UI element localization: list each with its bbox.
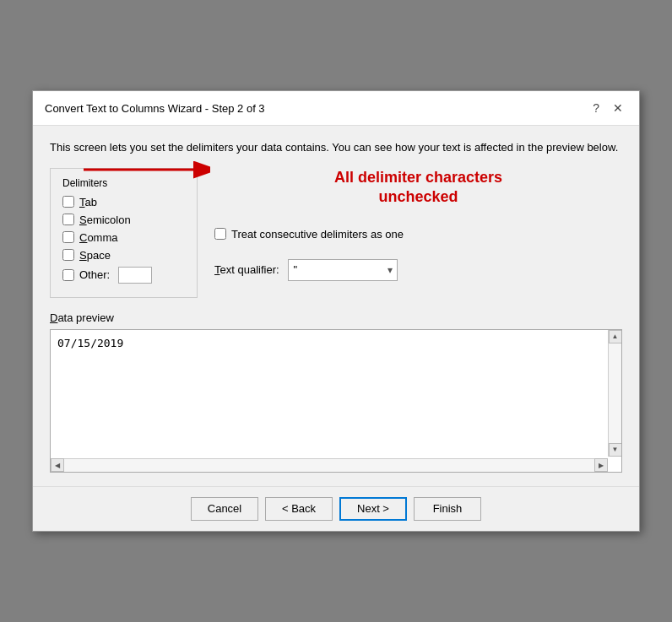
scroll-h-track[interactable] (64, 459, 594, 472)
text-qualifier-label: Text qualifier: (214, 263, 279, 276)
next-button[interactable]: Next > (339, 497, 407, 521)
other-label[interactable]: Other: (79, 268, 110, 281)
finish-button[interactable]: Finish (414, 497, 481, 521)
close-button[interactable]: ✕ (609, 100, 627, 116)
space-label[interactable]: Space (79, 249, 111, 262)
title-bar-controls: ? ✕ (588, 100, 627, 116)
consecutive-checkbox[interactable] (214, 228, 226, 240)
consecutive-row: Treat consecutive delimiters as one (214, 228, 622, 241)
scroll-up-arrow[interactable]: ▲ (609, 330, 622, 343)
data-preview-content: 07/15/2019 (51, 330, 621, 356)
data-preview-label: Data preview (50, 311, 622, 324)
consecutive-label[interactable]: Treat consecutive delimiters as one (231, 228, 404, 241)
semicolon-checkbox[interactable] (62, 214, 74, 225)
title-bar: Convert Text to Columns Wizard - Step 2 … (33, 91, 639, 126)
delimiter-semicolon-row: Semicolon (62, 214, 185, 226)
scroll-v-track[interactable] (609, 343, 621, 443)
other-input[interactable] (118, 267, 152, 284)
cancel-button[interactable]: Cancel (191, 497, 258, 521)
delimiter-comma-row: Comma (62, 231, 185, 244)
text-qualifier-row: Text qualifier: " ' {none} (214, 259, 622, 281)
tab-checkbox[interactable] (62, 196, 74, 208)
comma-checkbox[interactable] (62, 231, 74, 243)
semicolon-label[interactable]: Semicolon (79, 214, 131, 226)
data-preview-box: 07/15/2019 ▲ ▼ ◀ ▶ (50, 329, 622, 473)
delimiter-other-row: Other: (62, 267, 185, 284)
comma-label[interactable]: Comma (79, 231, 118, 244)
dialog-title: Convert Text to Columns Wizard - Step 2 … (45, 102, 265, 115)
dialog-window: Convert Text to Columns Wizard - Step 2 … (32, 90, 640, 532)
scroll-down-arrow[interactable]: ▼ (609, 443, 622, 457)
scroll-right-arrow[interactable]: ▶ (594, 458, 608, 472)
dialog-body: This screen lets you set the delimiters … (33, 126, 639, 486)
text-qualifier-select-wrapper: " ' {none} (288, 259, 398, 281)
horizontal-scrollbar[interactable]: ◀ ▶ (51, 458, 608, 472)
scroll-left-arrow[interactable]: ◀ (51, 458, 64, 472)
help-button[interactable]: ? (588, 100, 604, 116)
other-checkbox[interactable] (62, 269, 74, 281)
data-preview-section: Data preview 07/15/2019 ▲ ▼ ◀ ▶ (50, 311, 622, 473)
red-arrow-icon (75, 149, 210, 191)
dialog-footer: Cancel < Back Next > Finish (33, 486, 639, 531)
tab-label[interactable]: Tab (79, 196, 97, 208)
right-panel: All delimiter characters unchecked (214, 168, 622, 298)
back-button[interactable]: < Back (265, 497, 333, 521)
vertical-scrollbar[interactable]: ▲ ▼ (608, 330, 621, 457)
main-area: Delimiters Tab Semicolon (50, 168, 622, 298)
text-qualifier-select[interactable]: " ' {none} (288, 259, 398, 281)
annotation-text: All delimiter characters unchecked (214, 168, 622, 208)
delimiter-space-row: Space (62, 249, 185, 262)
space-checkbox[interactable] (62, 249, 74, 261)
delimiter-tab-row: Tab (62, 196, 185, 208)
